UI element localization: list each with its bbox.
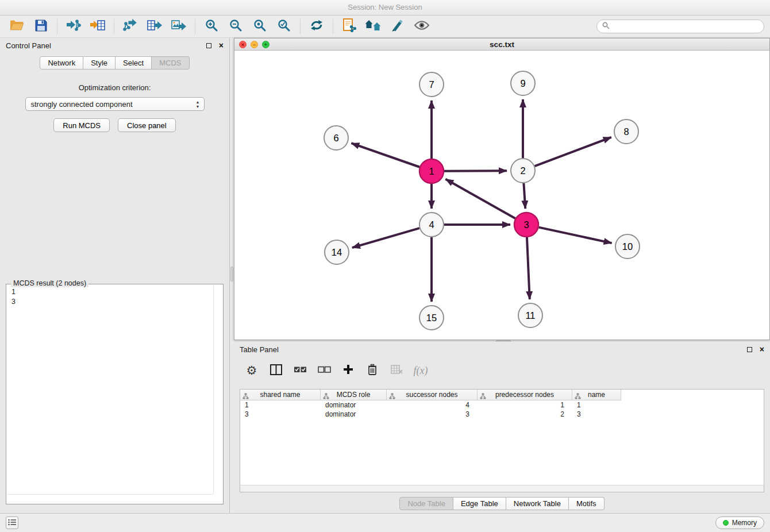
network-graph[interactable]: 7968124314101511 bbox=[234, 51, 769, 340]
task-history-button[interactable] bbox=[6, 516, 18, 529]
save-session-button[interactable] bbox=[30, 17, 52, 36]
annotations-button[interactable] bbox=[387, 17, 409, 36]
show-columns-button[interactable] bbox=[266, 362, 286, 379]
edge-2-to-3[interactable] bbox=[523, 183, 525, 209]
export-table-button[interactable] bbox=[144, 17, 165, 36]
table-hscrollbar[interactable] bbox=[240, 485, 764, 492]
close-panel-button[interactable]: Close panel bbox=[118, 118, 176, 132]
vertical-splitter[interactable] bbox=[230, 38, 234, 513]
graphics-details-button[interactable] bbox=[411, 17, 433, 36]
trash-icon bbox=[368, 364, 377, 377]
zoom-window-icon[interactable]: + bbox=[262, 41, 270, 48]
zoom-out-button[interactable] bbox=[225, 17, 247, 36]
splitter-grip[interactable] bbox=[230, 267, 233, 282]
import-table-button[interactable] bbox=[87, 17, 109, 36]
column-label: name bbox=[588, 391, 605, 399]
zoom-selected-button[interactable] bbox=[273, 17, 295, 36]
table-cell[interactable]: dominator bbox=[321, 400, 387, 410]
tab-network[interactable]: Network bbox=[40, 56, 83, 70]
graph-node-10[interactable]: 10 bbox=[615, 234, 640, 259]
table-options-button[interactable]: ⚙ bbox=[242, 362, 261, 379]
memory-button[interactable]: Memory bbox=[715, 516, 764, 529]
table-row[interactable]: 3dominator323 bbox=[240, 410, 764, 419]
edge-1-to-2[interactable] bbox=[444, 171, 507, 171]
table-cell[interactable]: 3 bbox=[387, 410, 478, 419]
unchecked-boxes-icon bbox=[318, 365, 331, 376]
tab-mcds[interactable]: MCDS bbox=[152, 56, 189, 70]
close-panel-icon[interactable]: × bbox=[760, 345, 764, 353]
close-window-icon[interactable]: × bbox=[239, 41, 247, 48]
graph-node-8[interactable]: 8 bbox=[614, 119, 638, 144]
graph-node-11[interactable]: 11 bbox=[518, 303, 542, 327]
float-panel-icon[interactable] bbox=[747, 347, 752, 352]
svg-text:6: 6 bbox=[333, 133, 338, 143]
edge-4-to-14[interactable] bbox=[352, 228, 419, 248]
table-row[interactable]: 1dominator411 bbox=[240, 400, 764, 410]
apply-layout-button[interactable] bbox=[306, 17, 328, 36]
import-network-button[interactable] bbox=[63, 17, 84, 36]
close-panel-icon[interactable]: × bbox=[219, 41, 224, 49]
tab-motifs[interactable]: Motifs bbox=[569, 497, 605, 510]
edge-3-to-1[interactable] bbox=[445, 179, 515, 218]
create-column-button[interactable] bbox=[338, 362, 358, 379]
float-panel-icon[interactable] bbox=[206, 43, 211, 48]
result-vscrollbar[interactable] bbox=[213, 286, 214, 494]
graph-node-14[interactable]: 14 bbox=[325, 240, 349, 264]
edge-2-to-8[interactable] bbox=[535, 137, 611, 166]
graph-node-2[interactable]: 2 bbox=[511, 159, 535, 183]
criterion-dropdown[interactable]: strongly connected component ▲▼ bbox=[25, 97, 205, 111]
mcds-result-list[interactable]: 13 bbox=[7, 285, 222, 503]
table-cell[interactable]: 3 bbox=[572, 410, 621, 419]
graph-node-4[interactable]: 4 bbox=[419, 213, 444, 237]
minimize-window-icon[interactable]: − bbox=[251, 41, 258, 48]
mcds-result-box: MCDS result (2 nodes) 13 bbox=[6, 284, 224, 504]
edge-1-to-6[interactable] bbox=[351, 143, 419, 167]
table-cell[interactable]: 1 bbox=[478, 400, 572, 410]
graph-node-15[interactable]: 15 bbox=[419, 306, 444, 330]
tab-style[interactable]: Style bbox=[83, 56, 116, 70]
export-network-button[interactable] bbox=[120, 17, 141, 36]
tab-select[interactable]: Select bbox=[116, 56, 152, 70]
graph-node-9[interactable]: 9 bbox=[511, 71, 535, 95]
tab-network-table[interactable]: Network Table bbox=[506, 497, 569, 510]
column-header-predecessor-nodes[interactable]: predecessor nodes bbox=[478, 390, 572, 400]
search-input[interactable] bbox=[613, 22, 759, 31]
graph-node-1[interactable]: 1 bbox=[419, 159, 444, 183]
network-window-titlebar[interactable]: × − + scc.txt bbox=[234, 38, 769, 51]
table-cell[interactable]: 2 bbox=[478, 410, 572, 419]
network-canvas[interactable]: 7968124314101511 bbox=[234, 51, 769, 340]
graph-node-3[interactable]: 3 bbox=[514, 213, 538, 237]
edge-3-to-10[interactable] bbox=[539, 228, 612, 243]
deselect-all-rows-button[interactable] bbox=[314, 362, 334, 379]
column-header-successor-nodes[interactable]: successor nodes bbox=[387, 390, 478, 400]
delete-column-button[interactable] bbox=[363, 362, 382, 379]
tab-edge-table[interactable]: Edge Table bbox=[453, 497, 506, 510]
open-file-button[interactable] bbox=[6, 17, 28, 36]
table-cell[interactable]: 4 bbox=[387, 400, 478, 410]
table-cell[interactable]: 3 bbox=[240, 410, 321, 419]
table-cell[interactable]: dominator bbox=[321, 410, 387, 419]
graph-node-7[interactable]: 7 bbox=[419, 72, 444, 97]
graph-node-6[interactable]: 6 bbox=[324, 126, 348, 150]
first-neighbors-button[interactable] bbox=[338, 17, 360, 36]
window-title: Session: New Session bbox=[348, 3, 422, 11]
edge-3-to-11[interactable] bbox=[527, 237, 530, 299]
network-overview-button[interactable] bbox=[363, 17, 384, 36]
zoom-in-button[interactable] bbox=[201, 17, 222, 36]
run-mcds-button[interactable]: Run MCDS bbox=[53, 118, 110, 132]
search-field[interactable] bbox=[596, 20, 764, 33]
select-all-rows-button[interactable] bbox=[290, 362, 310, 379]
columns-icon bbox=[270, 364, 282, 377]
result-hscrollbar[interactable] bbox=[7, 494, 213, 495]
zoom-fit-button[interactable] bbox=[249, 17, 271, 36]
list-icon bbox=[8, 518, 16, 528]
column-header-mcds-role[interactable]: MCDS role bbox=[321, 390, 387, 400]
memory-status-icon bbox=[723, 520, 729, 526]
import-network-icon bbox=[66, 18, 81, 34]
table-cell[interactable]: 1 bbox=[240, 400, 321, 410]
column-label: successor nodes bbox=[406, 391, 457, 399]
column-header-shared-name[interactable]: shared name bbox=[240, 390, 321, 400]
export-image-button[interactable] bbox=[168, 17, 190, 36]
column-header-name[interactable]: name bbox=[572, 390, 621, 400]
tab-node-table[interactable]: Node Table bbox=[399, 497, 453, 510]
